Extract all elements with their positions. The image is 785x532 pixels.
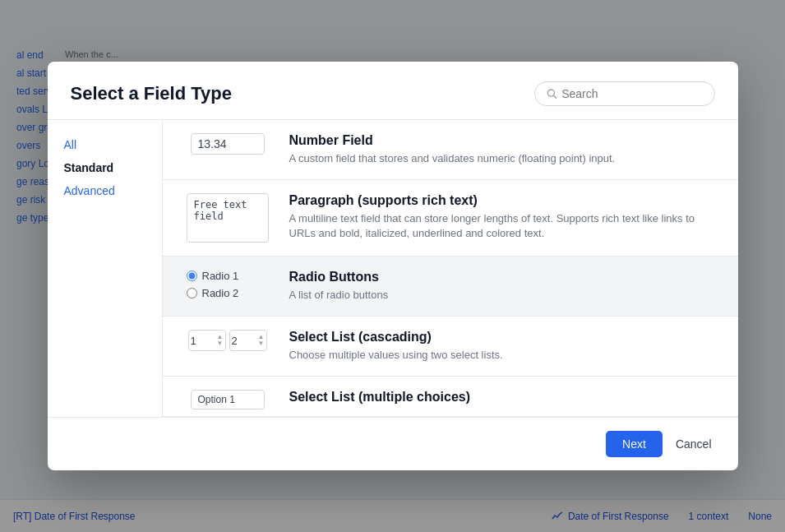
cascade-arrows-1: ▲ ▼ (217, 334, 224, 347)
cascade-val-2: 2 (232, 335, 238, 347)
radio-preview-group: Radio 1 Radio 2 (187, 270, 269, 299)
radio-input-2 (187, 288, 197, 298)
modal-title: Select a Field Type (71, 83, 232, 104)
field-desc-cascade: Choose multiple values using two select … (289, 348, 718, 363)
field-info-paragraph: Paragraph (supports rich text) A multili… (289, 193, 718, 241)
search-box[interactable] (534, 81, 715, 106)
field-preview-paragraph: Free text field (182, 193, 273, 243)
modal-overlay: Select a Field Type All Standard (0, 0, 785, 532)
field-desc-radio: A list of radio buttons (289, 288, 718, 303)
field-item-cascade[interactable]: 1 ▲ ▼ 2 ▲ ▼ (163, 317, 738, 377)
field-name-multiple: Select List (multiple choices) (289, 390, 718, 405)
radio-option-2: Radio 2 (187, 287, 239, 299)
modal: Select a Field Type All Standard (48, 62, 738, 471)
radio-label-2: Radio 2 (202, 287, 239, 299)
field-preview-cascade: 1 ▲ ▼ 2 ▲ ▼ (182, 330, 273, 351)
field-preview-radio: Radio 1 Radio 2 (182, 270, 273, 299)
field-item-multiple[interactable]: Option 1 Select List (multiple choices) (163, 377, 738, 417)
field-name-cascade: Select List (cascading) (289, 330, 718, 345)
field-info-multiple: Select List (multiple choices) (289, 390, 718, 408)
cascade-arrows-2: ▲ ▼ (258, 334, 265, 347)
field-item-radio[interactable]: Radio 1 Radio 2 Radio Buttons A list of … (163, 257, 738, 317)
cascade-val-1: 1 (191, 335, 196, 347)
cascade-select-1: 1 ▲ ▼ (188, 330, 226, 351)
field-desc-number: A custom field that stores and validates… (289, 151, 718, 166)
sidebar: All Standard Advanced (48, 120, 163, 418)
field-name-paragraph: Paragraph (supports rich text) (289, 193, 718, 208)
field-item-number[interactable]: Number Field A custom field that stores … (163, 120, 738, 180)
field-name-radio: Radio Buttons (289, 270, 718, 285)
field-preview-multiple: Option 1 (182, 390, 273, 409)
field-desc-paragraph: A multiline text field that can store lo… (289, 211, 718, 241)
number-preview-input (191, 133, 265, 155)
search-input[interactable] (561, 87, 702, 100)
field-info-radio: Radio Buttons A list of radio buttons (289, 270, 718, 303)
option-preview: Option 1 (191, 390, 265, 409)
paragraph-preview-textarea: Free text field (187, 193, 269, 243)
next-button[interactable]: Next (606, 431, 663, 457)
radio-label-1: Radio 1 (202, 270, 239, 282)
cancel-button[interactable]: Cancel (672, 431, 715, 457)
modal-header: Select a Field Type (48, 62, 738, 119)
field-info-number: Number Field A custom field that stores … (289, 133, 718, 166)
field-name-number: Number Field (289, 133, 718, 148)
sidebar-item-all[interactable]: All (48, 133, 162, 156)
sidebar-item-standard[interactable]: Standard (48, 156, 162, 179)
radio-option-1: Radio 1 (187, 270, 239, 282)
cascade-preview: 1 ▲ ▼ 2 ▲ ▼ (188, 330, 267, 351)
modal-footer: Next Cancel (48, 417, 738, 470)
svg-line-1 (553, 95, 556, 98)
search-icon (547, 88, 557, 99)
modal-body: All Standard Advanced Number Field (48, 119, 738, 418)
field-preview-number (182, 133, 273, 155)
sidebar-item-advanced[interactable]: Advanced (48, 179, 162, 202)
field-list[interactable]: Number Field A custom field that stores … (163, 120, 738, 418)
cascade-select-2: 2 ▲ ▼ (229, 330, 267, 351)
radio-input-1 (187, 271, 197, 281)
field-item-paragraph[interactable]: Free text field Paragraph (supports rich… (163, 180, 738, 257)
field-info-cascade: Select List (cascading) Choose multiple … (289, 330, 718, 363)
